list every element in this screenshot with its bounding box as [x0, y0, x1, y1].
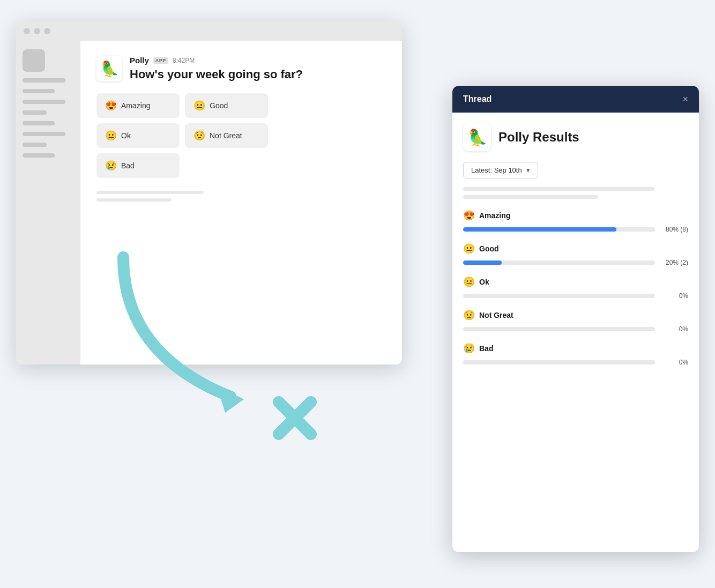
results-header: 🦜 Polly Results: [463, 123, 688, 151]
date-label: Latest: Sep 10th: [471, 166, 522, 174]
polly-avatar: 🦜: [96, 56, 122, 81]
polly-avatar-emoji: 🦜: [100, 60, 119, 78]
bar-row-good: 20% (2): [463, 259, 688, 266]
result-label-ok: 😐 Ok: [463, 276, 688, 288]
sidebar-line-5: [23, 121, 55, 125]
result-emoji-bad: 😢: [463, 343, 475, 354]
result-text-amazing: Amazing: [479, 211, 510, 220]
skeleton-line-1: [463, 187, 654, 191]
emoji-ok: 😐: [105, 130, 117, 142]
result-not-great: 😟 Not Great 0%: [463, 309, 688, 333]
bar-track-bad: [463, 360, 655, 364]
sidebar: [16, 41, 80, 364]
bar-track-not-great: [463, 327, 655, 331]
window-dot-2: [34, 28, 40, 34]
thread-title: Thread: [463, 94, 491, 104]
sidebar-line-4: [23, 110, 47, 115]
results-title: Polly Results: [498, 130, 579, 145]
emoji-amazing: 😍: [105, 100, 117, 111]
date-selector[interactable]: Latest: Sep 10th ▾: [463, 162, 538, 178]
emoji-good: 😐: [193, 100, 205, 111]
thread-panel: Thread × 🦜 Polly Results Latest: Sep 10t…: [452, 86, 699, 552]
thread-header: Thread ×: [452, 86, 699, 113]
result-text-good: Good: [479, 244, 499, 253]
result-label-bad: 😢 Bad: [463, 343, 688, 354]
chevron-down-icon: ▾: [526, 166, 530, 174]
label-amazing: Amazing: [121, 101, 150, 110]
bar-label-bad: 0%: [660, 359, 688, 366]
result-text-not-great: Not Great: [479, 311, 513, 319]
option-not-great[interactable]: 😟 Not Great: [185, 123, 268, 148]
bar-label-amazing: 80% (8): [660, 226, 688, 233]
bar-label-not-great: 0%: [660, 325, 688, 333]
option-amazing[interactable]: 😍 Amazing: [96, 93, 180, 118]
content-area: 🦜 Polly APP 8:42PM How's your week going…: [80, 41, 402, 364]
bar-fill-good: [463, 260, 502, 265]
results-avatar: 🦜: [463, 123, 491, 151]
polly-name-row: Polly APP 8:42PM: [130, 56, 386, 65]
window-dot-3: [44, 28, 50, 34]
bar-track-ok: [463, 294, 655, 298]
polly-time: 8:42PM: [173, 57, 195, 64]
result-amazing: 😍 Amazing 80% (8): [463, 210, 688, 233]
polly-header: 🦜 Polly APP 8:42PM How's your week going…: [96, 56, 386, 83]
result-emoji-amazing: 😍: [463, 210, 475, 221]
sidebar-line-8: [23, 153, 55, 158]
result-label-not-great: 😟 Not Great: [463, 309, 688, 321]
results-avatar-emoji: 🦜: [467, 128, 487, 147]
skeleton-line-2: [463, 195, 598, 199]
svg-marker-0: [217, 386, 244, 413]
bar-row-amazing: 80% (8): [463, 226, 688, 233]
bar-label-good: 20% (2): [660, 259, 688, 266]
option-bad[interactable]: 😢 Bad: [96, 153, 180, 178]
bar-track-amazing: [463, 227, 655, 232]
emoji-bad: 😢: [105, 160, 117, 172]
polly-meta: Polly APP 8:42PM How's your week going s…: [130, 56, 386, 83]
bar-label-ok: 0%: [660, 292, 688, 300]
svg-line-2: [279, 402, 311, 434]
polly-sender-name: Polly: [130, 56, 149, 65]
bar-row-bad: 0%: [463, 359, 688, 366]
label-not-great: Not Great: [210, 131, 242, 140]
bar-row-not-great: 0%: [463, 325, 688, 333]
result-label-amazing: 😍 Amazing: [463, 210, 688, 221]
result-bad: 😢 Bad 0%: [463, 343, 688, 366]
skeleton-placeholder: [463, 187, 688, 199]
label-bad: Bad: [121, 161, 135, 170]
result-text-bad: Bad: [479, 344, 493, 353]
thread-close-button[interactable]: ×: [682, 94, 688, 104]
option-ok[interactable]: 😐 Ok: [96, 123, 180, 148]
label-ok: Ok: [121, 131, 131, 140]
svg-line-1: [279, 402, 311, 434]
window-body: 🦜 Polly APP 8:42PM How's your week going…: [16, 41, 402, 364]
sidebar-line-7: [23, 143, 47, 147]
sidebar-line-2: [23, 89, 55, 93]
emoji-not-great: 😟: [193, 130, 205, 142]
result-emoji-ok: 😐: [463, 276, 475, 288]
sidebar-line-3: [23, 100, 65, 104]
sidebar-line-6: [23, 132, 65, 136]
result-emoji-not-great: 😟: [463, 309, 475, 321]
footer-line-1: [96, 191, 204, 194]
sidebar-line-1: [23, 78, 65, 83]
bar-track-good: [463, 260, 655, 265]
window-dot-1: [24, 28, 30, 34]
poll-options: 😍 Amazing 😐 Good 😐 Ok 😟 Not Great: [96, 93, 268, 178]
result-emoji-good: 😐: [463, 243, 475, 255]
result-text-ok: Ok: [479, 278, 489, 286]
bar-fill-amazing: [463, 227, 616, 232]
main-window: 🦜 Polly APP 8:42PM How's your week going…: [16, 21, 402, 364]
result-good: 😐 Good 20% (2): [463, 243, 688, 266]
app-badge: APP: [153, 57, 168, 64]
thread-content: 🦜 Polly Results Latest: Sep 10th ▾ 😍 Ama…: [452, 113, 699, 551]
label-good: Good: [210, 101, 228, 110]
result-label-good: 😐 Good: [463, 243, 688, 255]
sidebar-avatar: [23, 49, 45, 72]
result-ok: 😐 Ok 0%: [463, 276, 688, 300]
footer-line-2: [96, 198, 172, 202]
content-footer: [96, 191, 386, 202]
titlebar: [16, 21, 402, 41]
option-good[interactable]: 😐 Good: [185, 93, 268, 118]
bar-row-ok: 0%: [463, 292, 688, 300]
polly-question: How's your week going so far?: [130, 67, 386, 83]
